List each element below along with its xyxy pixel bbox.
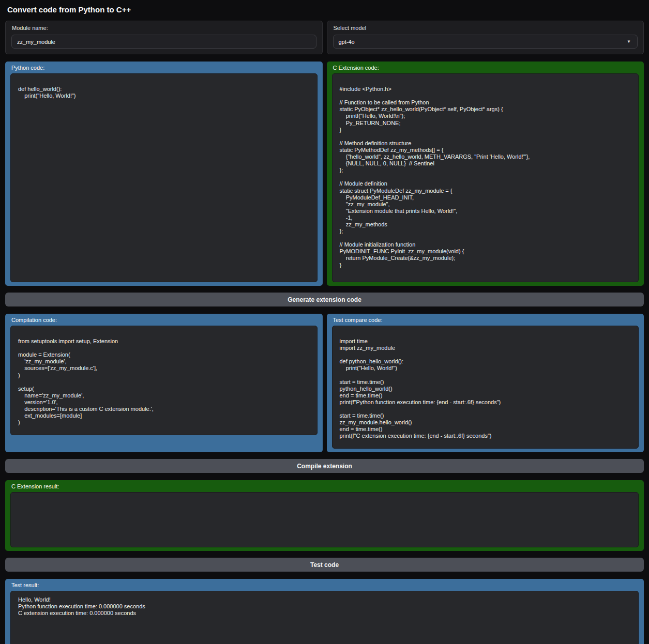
test-result-textbox[interactable]: Hello, World! Python function execution … <box>10 591 639 644</box>
generate-extension-code-button[interactable]: Generate extension code <box>5 293 644 306</box>
model-select-value: gpt-4o <box>339 39 355 45</box>
compilation-code-textbox[interactable]: from setuptools import setup, Extension … <box>10 326 318 435</box>
c-extension-code-label: C Extension code: <box>333 65 639 71</box>
compile-test-row: Compilation code: from setuptools import… <box>5 306 644 452</box>
test-compare-code-label: Test compare code: <box>333 317 639 323</box>
model-select-dropdown[interactable]: gpt-4o ▼ <box>333 35 638 49</box>
module-name-input[interactable] <box>11 35 316 49</box>
module-name-label: Module name: <box>12 25 316 31</box>
c-extension-result-label: C Extension result: <box>11 483 639 489</box>
test-compare-code-textbox[interactable]: import time import zz_my_module def pyth… <box>332 326 639 449</box>
module-name-group: Module name: <box>5 21 323 54</box>
page-title: Convert code from Python to C++ <box>7 5 644 14</box>
c-extension-code-textbox[interactable]: #include <Python.h> // Function to be ca… <box>332 73 639 282</box>
test-code-button[interactable]: Test code <box>5 558 644 572</box>
chevron-down-icon[interactable]: ▼ <box>627 39 631 44</box>
compilation-code-label: Compilation code: <box>11 317 318 323</box>
code-row: Python code: def hello_world(): print("H… <box>5 54 644 286</box>
python-code-textbox[interactable]: def hello_world(): print("Hello, World!"… <box>10 73 318 282</box>
compile-extension-button[interactable]: Compile extension <box>5 459 644 473</box>
app-container: Convert code from Python to C++ Module n… <box>0 0 649 644</box>
c-extension-result-panel: C Extension result: <box>5 480 644 551</box>
c-extension-code-panel: C Extension code: #include <Python.h> //… <box>327 62 644 286</box>
model-select-group: Select model gpt-4o ▼ <box>327 21 644 54</box>
controls-row: Module name: Select model gpt-4o ▼ <box>5 21 644 54</box>
test-result-label: Test result: <box>11 582 639 588</box>
python-code-label: Python code: <box>11 65 318 71</box>
test-result-panel: Test result: Hello, World! Python functi… <box>5 579 644 644</box>
c-extension-result-textbox[interactable] <box>10 492 639 547</box>
test-compare-code-panel: Test compare code: import time import zz… <box>327 314 644 452</box>
compilation-code-panel: Compilation code: from setuptools import… <box>5 314 323 452</box>
model-select-label: Select model <box>334 25 638 31</box>
python-code-panel: Python code: def hello_world(): print("H… <box>5 62 323 286</box>
